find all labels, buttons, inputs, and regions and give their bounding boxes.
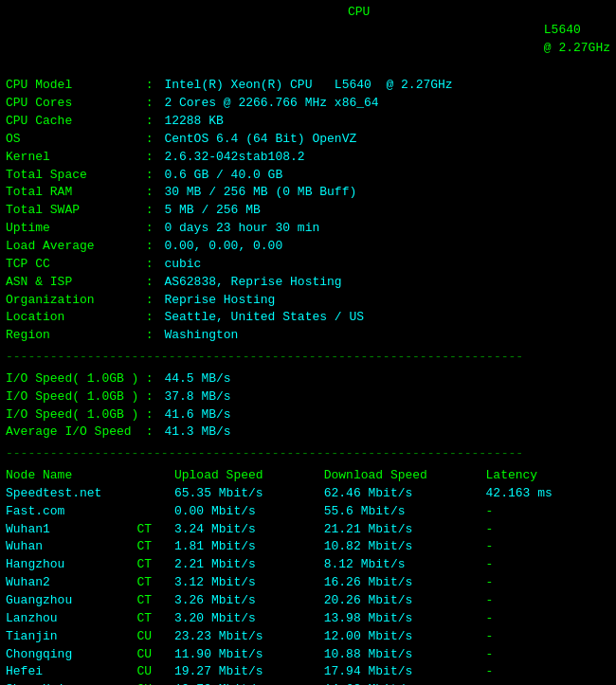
net-download: 10.82 Mbit/s	[324, 538, 486, 556]
sysinfo-label: Load Average	[6, 238, 138, 256]
sysinfo-colon: :	[138, 131, 160, 149]
net-isp: CU	[137, 646, 174, 664]
net-node-name: Wuhan1	[6, 521, 137, 539]
io-row: I/O Speed( 1.0GB ) : 37.8 MB/s	[6, 388, 610, 406]
net-node-name: Guangzhou	[6, 592, 137, 610]
sysinfo-label: Total SWAP	[6, 202, 138, 220]
io-value: 41.3 MB/s	[164, 424, 230, 442]
sysinfo-section: CPU Model : Intel(R) Xeon(R) CPU L5640 @…	[6, 77, 610, 345]
net-upload: 0.00 Mbit/s	[174, 503, 324, 521]
net-latency: -	[486, 646, 610, 664]
col-header-download: Download Speed	[324, 467, 486, 485]
sysinfo-value: Washington	[164, 327, 238, 345]
sysinfo-value: CentOS 6.4 (64 Bit) OpenVZ	[164, 131, 356, 149]
sysinfo-label: Location	[6, 309, 138, 327]
net-upload: 65.35 Mbit/s	[174, 485, 324, 503]
net-row: LanzhouCT3.20 Mbit/s13.98 Mbit/s-	[6, 610, 610, 628]
io-label: Average I/O Speed	[6, 424, 138, 442]
col-header-upload: Upload Speed	[174, 467, 324, 485]
sysinfo-colon: :	[138, 113, 160, 131]
sysinfo-colon: :	[138, 184, 160, 202]
net-node-name: Hangzhou	[6, 556, 137, 574]
sysinfo-label: Organization	[6, 292, 138, 310]
net-latency: -	[486, 610, 610, 628]
sysinfo-label: CPU Cache	[6, 113, 138, 131]
sysinfo-row: CPU Model : Intel(R) Xeon(R) CPU L5640 @…	[6, 77, 610, 95]
net-node-name: Speedtest.net	[6, 485, 137, 503]
io-value: 44.5 MB/s	[164, 370, 230, 388]
net-isp: CU	[137, 663, 174, 681]
sysinfo-label: Kernel	[6, 149, 138, 167]
net-latency: -	[486, 663, 610, 681]
net-isp: CT	[137, 610, 174, 628]
net-isp: CT	[137, 521, 174, 539]
sysinfo-colon: :	[138, 77, 160, 95]
sysinfo-colon: :	[138, 202, 160, 220]
sysinfo-colon: :	[138, 220, 160, 238]
net-latency: -	[486, 538, 610, 556]
sysinfo-value: Seattle, United States / US	[164, 309, 364, 327]
net-download: 20.26 Mbit/s	[324, 592, 486, 610]
col-header-isp	[137, 467, 174, 485]
net-latency: -	[486, 592, 610, 610]
sysinfo-row: Location : Seattle, United States / US	[6, 309, 610, 327]
net-node-name: ShangHai	[6, 681, 137, 685]
net-download: 62.46 Mbit/s	[324, 485, 486, 503]
net-upload: 3.24 Mbit/s	[174, 521, 324, 539]
io-row: Average I/O Speed : 41.3 MB/s	[6, 424, 610, 442]
sysinfo-row: Total SWAP : 5 MB / 256 MB	[6, 202, 610, 220]
net-node-name: Hefei	[6, 663, 137, 681]
sysinfo-colon: :	[138, 274, 160, 292]
net-upload: 19.79 Mbit/s	[174, 681, 324, 685]
sysinfo-row: Total Space : 0.6 GB / 40.0 GB	[6, 167, 610, 185]
sysinfo-label: Uptime	[6, 220, 138, 238]
net-row: Fast.com0.00 Mbit/s55.6 Mbit/s-	[6, 503, 610, 521]
sysinfo-value: 2 Cores @ 2266.766 MHz x86_64	[164, 95, 378, 113]
io-row: I/O Speed( 1.0GB ) : 41.6 MB/s	[6, 406, 610, 424]
sysinfo-row: CPU Cache : 12288 KB	[6, 113, 610, 131]
net-row: ChongqingCU11.90 Mbit/s10.88 Mbit/s-	[6, 646, 610, 664]
sysinfo-label: CPU Model	[6, 77, 138, 95]
sysinfo-label: Total RAM	[6, 184, 138, 202]
net-upload: 2.21 Mbit/s	[174, 556, 324, 574]
net-row: HangzhouCT2.21 Mbit/s8.12 Mbit/s-	[6, 556, 610, 574]
net-latency: -	[486, 681, 610, 685]
net-upload: 11.90 Mbit/s	[174, 646, 324, 664]
net-row: GuangzhouCT3.26 Mbit/s20.26 Mbit/s-	[6, 592, 610, 610]
sysinfo-label: CPU Cores	[6, 95, 138, 113]
sysinfo-value: 12288 KB	[164, 113, 223, 131]
net-download: 14.68 Mbit/s	[324, 681, 486, 685]
divider-1: ----------------------------------------…	[6, 349, 610, 367]
sysinfo-value: Reprise Hosting	[164, 292, 275, 310]
net-row: HefeiCU19.27 Mbit/s17.94 Mbit/s-	[6, 663, 610, 681]
col-header-node: Node Name	[6, 467, 137, 485]
sysinfo-row: ASN & ISP : AS62838, Reprise Hosting	[6, 274, 610, 292]
sysinfo-label: Region	[6, 327, 138, 345]
net-row: Speedtest.net65.35 Mbit/s62.46 Mbit/s42.…	[6, 485, 610, 503]
net-table-body: Speedtest.net65.35 Mbit/s62.46 Mbit/s42.…	[6, 485, 610, 685]
net-node-name: Wuhan2	[6, 574, 137, 592]
io-row: I/O Speed( 1.0GB ) : 44.5 MB/s	[6, 370, 610, 388]
net-upload: 3.20 Mbit/s	[174, 610, 324, 628]
sysinfo-row: OS : CentOS 6.4 (64 Bit) OpenVZ	[6, 131, 610, 149]
sysinfo-row: CPU Cores : 2 Cores @ 2266.766 MHz x86_6…	[6, 95, 610, 113]
io-label: I/O Speed( 1.0GB )	[6, 388, 138, 406]
net-isp	[137, 485, 174, 503]
net-download: 16.26 Mbit/s	[324, 574, 486, 592]
sysinfo-label: OS	[6, 131, 138, 149]
net-node-name: Tianjin	[6, 628, 137, 646]
sysinfo-label: ASN & ISP	[6, 274, 138, 292]
sysinfo-row: TCP CC : cubic	[6, 256, 610, 274]
net-isp: CT	[137, 538, 174, 556]
sysinfo-label: Total Space	[6, 167, 138, 185]
net-upload: 23.23 Mbit/s	[174, 628, 324, 646]
io-label: I/O Speed( 1.0GB )	[6, 370, 138, 388]
net-download: 8.12 Mbit/s	[324, 556, 486, 574]
net-row: ShangHaiCU19.79 Mbit/s14.68 Mbit/s-	[6, 681, 610, 685]
net-row: TianjinCU23.23 Mbit/s12.00 Mbit/s-	[6, 628, 610, 646]
net-download: 10.88 Mbit/s	[324, 646, 486, 664]
net-latency: 42.163 ms	[486, 485, 610, 503]
sysinfo-label: TCP CC	[6, 256, 138, 274]
sysinfo-row: Kernel : 2.6.32-042stab108.2	[6, 149, 610, 167]
io-colon: :	[138, 388, 160, 406]
